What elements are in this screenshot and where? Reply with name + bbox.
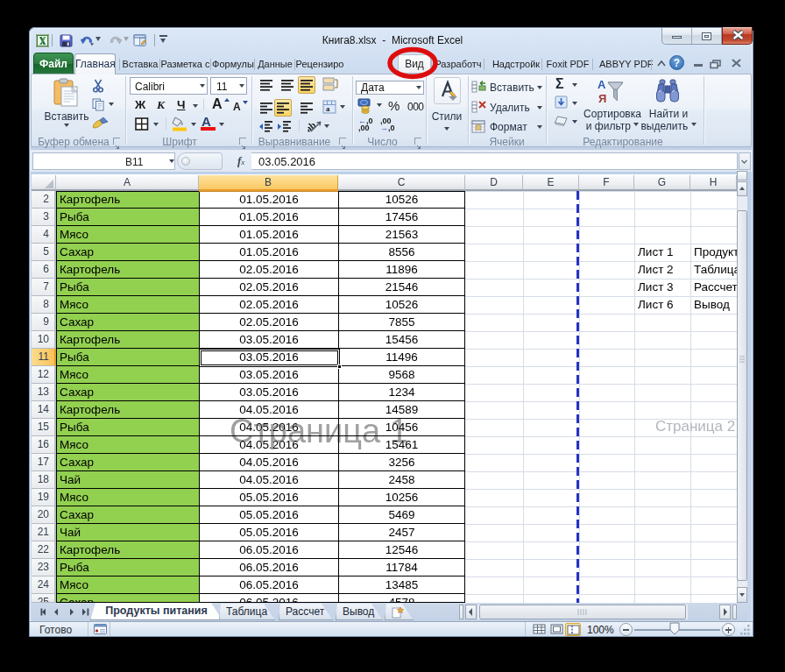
svg-text:Я: Я <box>598 92 606 105</box>
svg-text:А: А <box>598 78 606 91</box>
svg-text:a: a <box>326 104 330 113</box>
